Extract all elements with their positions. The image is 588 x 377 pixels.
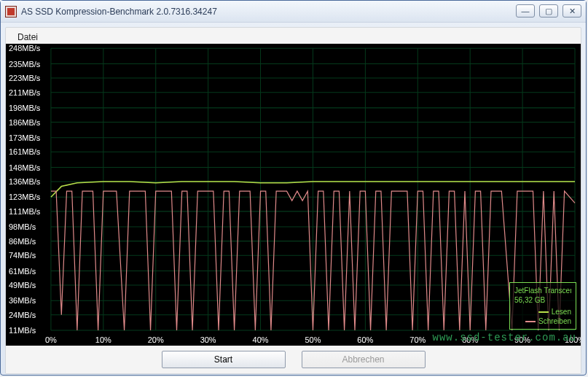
legend-write-label: Schreiben: [538, 316, 571, 326]
legend-read-swatch: [538, 311, 549, 313]
svg-text:186MB/s: 186MB/s: [9, 117, 41, 126]
client-area: Datei 11MB/s24MB/s36MB/s49MB/s61MB/s74MB…: [5, 27, 581, 374]
svg-text:40%: 40%: [253, 335, 269, 344]
legend-write-swatch: [525, 321, 536, 322]
svg-text:111MB/s: 111MB/s: [9, 207, 41, 216]
chart: 11MB/s24MB/s36MB/s49MB/s61MB/s74MB/s86MB…: [6, 44, 581, 346]
svg-text:30%: 30%: [200, 335, 216, 344]
svg-text:173MB/s: 173MB/s: [9, 133, 41, 142]
legend: JetFlash Transcend 1100 56,32 GB Lesen S…: [509, 282, 576, 330]
menu-file[interactable]: Datei: [13, 31, 42, 44]
svg-text:11MB/s: 11MB/s: [9, 326, 36, 335]
legend-write-row: Schreiben: [514, 316, 571, 326]
maximize-button[interactable]: ▢: [539, 4, 558, 18]
start-button[interactable]: Start: [162, 351, 286, 368]
svg-text:98MB/s: 98MB/s: [9, 222, 36, 231]
svg-text:61MB/s: 61MB/s: [9, 266, 36, 275]
button-row: Start Abbrechen: [6, 346, 581, 373]
svg-text:0%: 0%: [45, 335, 57, 344]
svg-text:20%: 20%: [148, 335, 164, 344]
cancel-button: Abbrechen: [302, 351, 426, 368]
svg-text:161MB/s: 161MB/s: [9, 147, 41, 156]
svg-text:50%: 50%: [305, 335, 321, 344]
svg-text:248MB/s: 248MB/s: [9, 44, 41, 53]
window-controls: — ▢ ✕: [516, 4, 581, 18]
svg-text:10%: 10%: [95, 335, 111, 344]
titlebar[interactable]: AS SSD Kompression-Benchmark 2.0.7316.34…: [1, 1, 586, 23]
svg-text:70%: 70%: [409, 335, 426, 344]
window-title: AS SSD Kompression-Benchmark 2.0.7316.34…: [21, 7, 217, 17]
legend-capacity: 56,32 GB: [514, 295, 571, 305]
minimize-button[interactable]: —: [516, 4, 535, 18]
chart-svg: 11MB/s24MB/s36MB/s49MB/s61MB/s74MB/s86MB…: [6, 44, 581, 346]
svg-text:123MB/s: 123MB/s: [9, 193, 41, 201]
svg-text:211MB/s: 211MB/s: [9, 88, 41, 97]
legend-read-label: Lesen: [552, 307, 571, 316]
svg-text:136MB/s: 136MB/s: [9, 177, 41, 186]
legend-read-row: Lesen: [514, 307, 571, 316]
menubar: Datei: [6, 28, 581, 44]
svg-text:148MB/s: 148MB/s: [9, 163, 41, 171]
svg-text:235MB/s: 235MB/s: [9, 59, 41, 68]
svg-text:60%: 60%: [357, 335, 373, 344]
svg-text:86MB/s: 86MB/s: [9, 237, 36, 246]
svg-text:198MB/s: 198MB/s: [9, 104, 41, 112]
app-icon: [5, 6, 17, 18]
svg-text:49MB/s: 49MB/s: [9, 281, 36, 289]
legend-device: JetFlash Transcend 1100: [514, 286, 571, 295]
watermark: www.ssd-tester.com.au: [433, 332, 576, 343]
close-button[interactable]: ✕: [562, 4, 581, 18]
svg-text:223MB/s: 223MB/s: [9, 74, 41, 82]
svg-text:24MB/s: 24MB/s: [9, 311, 36, 319]
app-window: AS SSD Kompression-Benchmark 2.0.7316.34…: [0, 0, 587, 376]
svg-text:74MB/s: 74MB/s: [9, 251, 36, 260]
svg-text:36MB/s: 36MB/s: [9, 296, 36, 305]
